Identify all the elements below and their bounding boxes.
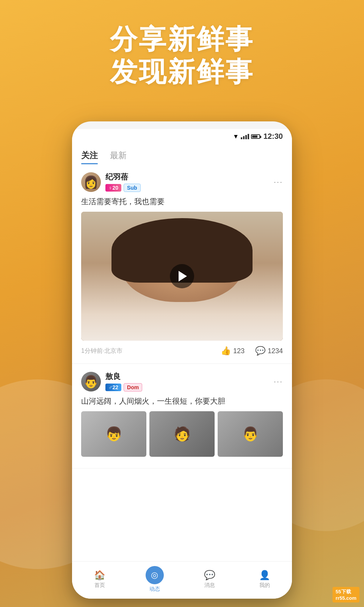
play-icon — [179, 271, 187, 281]
nav-label-dongtai: 动态 — [149, 586, 160, 593]
nav-item-dongtai[interactable]: ◎ 动态 — [127, 566, 182, 593]
badge-gender-2: ♂22 — [105, 384, 121, 391]
post-actions-1: 👍 123 💬 1234 — [221, 346, 283, 356]
post-images-2: 👦 🧑 👨 — [81, 411, 283, 457]
hero-line1: 分享新鲜事 — [0, 23, 364, 55]
post-card-2: 敖良 ♂22 Dom ··· 山河远阔，人间烟火，一生很短，你要大胆 👦 — [72, 364, 292, 469]
wifi-icon: ▼ — [233, 133, 239, 140]
post-image-2-3[interactable]: 👨 — [218, 411, 283, 457]
post-meta-1: 1分钟前·北京市 — [81, 347, 122, 355]
nav-active-circle: ◎ — [146, 566, 164, 584]
message-icon: 💬 — [204, 570, 215, 580]
status-icons: ▼ 12:30 — [233, 132, 283, 141]
post-footer-1: 1分钟前·北京市 👍 123 💬 1234 — [81, 346, 283, 356]
post-card-1: 纪羽蓓 ♀20 Sub ··· 生活需要寄托，我也需要 — [72, 164, 292, 364]
dongtai-icon: ◎ — [151, 570, 158, 580]
hero-line2: 发现新鲜事 — [0, 55, 364, 88]
username-2: 敖良 — [105, 371, 142, 382]
nav-item-profile[interactable]: 👤 我的 — [237, 570, 292, 589]
comment-button-1[interactable]: 💬 1234 — [255, 346, 283, 356]
user-info-2: 敖良 ♂22 Dom — [105, 371, 142, 392]
phone-screen: ▼ 12:30 关注 最新 — [72, 121, 292, 599]
bottom-nav: 🏠 首页 ◎ 动态 💬 消息 👤 我的 — [72, 561, 292, 599]
more-button-1[interactable]: ··· — [274, 177, 283, 187]
badge-role-1: Sub — [124, 184, 140, 192]
post-text-2: 山河远阔，人间烟火，一生很短，你要大胆 — [81, 395, 283, 407]
user-info-1: 纪羽蓓 ♀20 Sub — [105, 172, 141, 192]
home-icon: 🏠 — [94, 570, 105, 580]
status-bar: ▼ 12:30 — [72, 129, 292, 144]
post-user-2: 敖良 ♂22 Dom — [81, 371, 142, 392]
app-content: 关注 最新 纪羽蓓 ♀20 Sub — [72, 144, 292, 561]
profile-icon: 👤 — [259, 570, 270, 580]
post-image-2-2[interactable]: 🧑 — [149, 411, 215, 457]
avatar-1 — [81, 172, 101, 192]
nav-item-message[interactable]: 💬 消息 — [182, 570, 237, 589]
battery-icon — [251, 134, 260, 139]
post-header-2: 敖良 ♂22 Dom ··· — [81, 371, 283, 392]
user-badges-1: ♀20 Sub — [105, 184, 141, 192]
nav-label-message: 消息 — [204, 582, 215, 589]
post-image-2-1[interactable]: 👦 — [81, 411, 146, 457]
phone-mockup: ▼ 12:30 关注 最新 — [72, 121, 292, 599]
tab-guanzhu[interactable]: 关注 — [81, 150, 98, 164]
status-time: 12:30 — [264, 132, 283, 141]
user-badges-2: ♂22 Dom — [105, 383, 142, 392]
badge-role-2: Dom — [124, 383, 142, 392]
avatar-2 — [81, 372, 101, 392]
post-header-1: 纪羽蓓 ♀20 Sub ··· — [81, 172, 283, 192]
like-icon: 👍 — [221, 346, 231, 356]
username-1: 纪羽蓓 — [105, 172, 141, 182]
more-button-2[interactable]: ··· — [274, 377, 283, 387]
watermark: 55下载rr55.com — [333, 587, 359, 602]
play-button[interactable] — [170, 264, 194, 288]
nav-label-profile: 我的 — [259, 582, 270, 589]
like-count-1: 123 — [233, 347, 245, 355]
video-thumbnail-1[interactable] — [81, 212, 283, 341]
post-text-1: 生活需要寄托，我也需要 — [81, 196, 283, 207]
nav-item-home[interactable]: 🏠 首页 — [72, 570, 127, 589]
video-image-1 — [81, 212, 283, 341]
tabs-bar: 关注 最新 — [72, 144, 292, 164]
nav-label-home: 首页 — [94, 582, 105, 589]
comment-icon: 💬 — [255, 346, 265, 356]
badge-gender-1: ♀20 — [105, 184, 121, 192]
like-button-1[interactable]: 👍 123 — [221, 346, 245, 356]
comment-count-1: 1234 — [268, 347, 283, 355]
signal-icon — [241, 134, 249, 139]
hero-text: 分享新鲜事 发现新鲜事 — [0, 23, 364, 88]
tab-zuixin[interactable]: 最新 — [110, 150, 127, 164]
post-user-1: 纪羽蓓 ♀20 Sub — [81, 172, 141, 192]
